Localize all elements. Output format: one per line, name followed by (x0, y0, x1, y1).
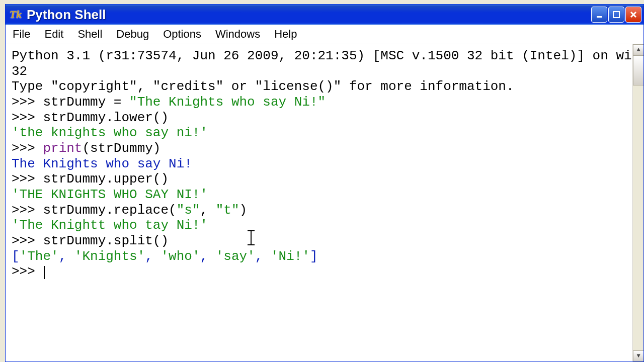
code-input: strDummy.lower() (43, 110, 169, 125)
scroll-thumb[interactable] (633, 55, 643, 85)
output-sep: , (200, 249, 216, 264)
output-string: 'THE KNIGHTS WHO SAY NI!' (12, 187, 208, 202)
output-string: 'the knights who say ni!' (12, 125, 208, 140)
idle-window: Tk Python Shell File Edit Shell Debug Op… (5, 4, 644, 362)
shell-text-area[interactable]: Python 3.1 (r31:73574, Jun 26 2009, 20:2… (6, 44, 643, 361)
scroll-up-button[interactable]: ▲ (633, 44, 643, 55)
minimize-icon (595, 11, 603, 19)
app-icon-glyph: Tk (10, 8, 22, 21)
maximize-icon (612, 11, 620, 19)
prompt: >>> (12, 141, 43, 156)
banner-line: Python 3.1 (r31:73574, Jun 26 2009, 20:2… (12, 48, 639, 63)
output-text: The Knights who say Ni! (12, 156, 192, 171)
code-string: "The Knights who say Ni!" (129, 95, 326, 110)
code-input: strDummy = (43, 95, 129, 110)
banner-line: 32 (12, 64, 27, 79)
output-string: 'Ni!' (271, 249, 310, 264)
minimize-button[interactable] (591, 7, 607, 23)
window-title: Python Shell (27, 7, 106, 23)
prompt: >>> (12, 95, 43, 110)
code-input: strDummy.replace( (43, 203, 176, 218)
scroll-down-button[interactable]: ▼ (633, 350, 643, 361)
menu-file[interactable]: File (10, 27, 33, 42)
maximize-button[interactable] (608, 7, 624, 23)
code-input: strDummy.split() (43, 233, 169, 248)
output-sep: , (255, 249, 271, 264)
app-icon: Tk (9, 8, 23, 22)
window-controls (591, 7, 641, 23)
close-button[interactable] (625, 7, 641, 23)
code-builtin: print (43, 141, 82, 156)
prompt: >>> (12, 171, 43, 187)
prompt: >>> (12, 110, 43, 125)
close-icon (629, 11, 637, 19)
banner-line: Type "copyright", "credits" or "license(… (12, 79, 514, 94)
menu-debug[interactable]: Debug (113, 27, 152, 42)
code-input: (strDummy) (82, 141, 160, 156)
menubar: File Edit Shell Debug Options Windows He… (6, 25, 643, 44)
output-string: 'The Knightt who tay Ni!' (12, 218, 208, 233)
output-string: 'who' (161, 249, 200, 264)
svg-rect-1 (613, 12, 619, 18)
prompt: >>> (12, 233, 43, 248)
menu-shell[interactable]: Shell (74, 27, 105, 42)
vertical-scrollbar[interactable]: ▲ ▼ (632, 44, 643, 361)
output-bracket: [ (12, 249, 20, 264)
svg-rect-0 (597, 16, 602, 18)
menu-options[interactable]: Options (160, 27, 204, 42)
prompt: >>> (12, 264, 43, 279)
output-string: 'The' (20, 249, 59, 264)
code-string: "s" (177, 203, 200, 218)
prompt: >>> (12, 203, 43, 218)
output-string: 'say' (216, 249, 255, 264)
code-input: , (200, 203, 215, 218)
output-string: 'Knights' (74, 249, 145, 264)
menu-edit[interactable]: Edit (41, 27, 66, 42)
output-bracket: ] (310, 249, 318, 264)
menu-help[interactable]: Help (271, 27, 300, 42)
code-input: strDummy.upper() (43, 171, 169, 187)
text-cursor (44, 266, 45, 279)
menu-windows[interactable]: Windows (212, 27, 263, 42)
titlebar[interactable]: Tk Python Shell (6, 5, 643, 25)
code-string: "t" (216, 203, 239, 218)
code-input: ) (239, 203, 248, 218)
output-sep: , (145, 249, 160, 264)
output-sep: , (59, 249, 74, 264)
